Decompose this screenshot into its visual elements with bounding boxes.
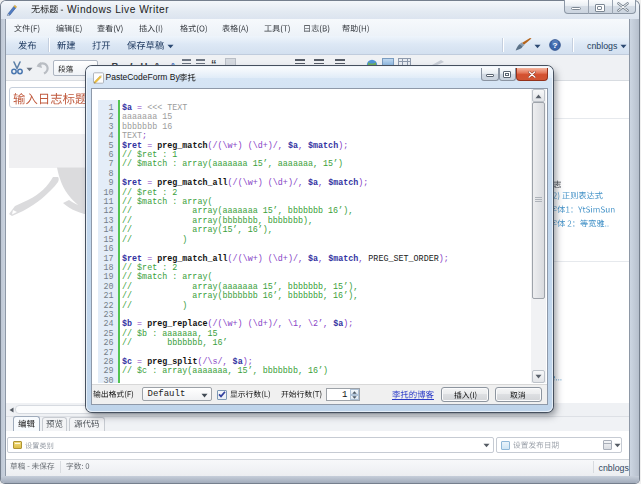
svg-text:?: ? <box>553 41 558 50</box>
